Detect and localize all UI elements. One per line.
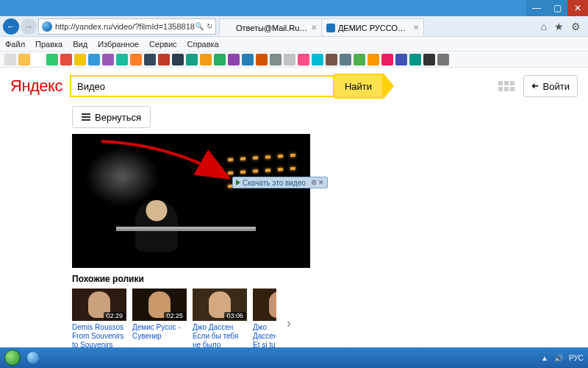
duration-badge: 02:29 bbox=[104, 312, 125, 319]
duration-badge: 02:25 bbox=[164, 312, 185, 319]
extension-icon[interactable] bbox=[354, 54, 365, 66]
menu-view[interactable]: Вид bbox=[68, 40, 93, 49]
tray-sound-icon[interactable]: 🔊 bbox=[554, 354, 563, 362]
related-item[interactable]: 02:25 Демис Русос - Сувенир bbox=[132, 289, 187, 341]
menu-file[interactable]: Файл bbox=[0, 40, 30, 49]
tab-label: ДЕМИС РУССОС - СУВ... bbox=[338, 24, 410, 32]
extension-icon[interactable] bbox=[46, 54, 58, 66]
related-thumbnail bbox=[253, 289, 276, 321]
related-next-button[interactable]: › bbox=[282, 313, 295, 335]
related-link[interactable]: Джо Дассен Если бы тебя не было bbox=[193, 323, 247, 347]
extension-icon[interactable] bbox=[200, 54, 212, 66]
tray-language[interactable]: РУС bbox=[569, 354, 584, 362]
menu-service[interactable]: Сервис bbox=[144, 40, 182, 49]
related-item[interactable]: 02:29 Demis Roussos From Souvenirs to So… bbox=[72, 289, 126, 347]
window-minimize-button[interactable]: — bbox=[526, 0, 547, 16]
tab-favicon bbox=[224, 24, 233, 32]
menu-help[interactable]: Справка bbox=[182, 40, 224, 49]
tab-label: Ответы@Mail.Ru: Как ска... bbox=[236, 24, 308, 32]
extension-icon[interactable] bbox=[18, 54, 30, 66]
favorites-icon[interactable]: ★ bbox=[554, 21, 564, 32]
extension-icon[interactable] bbox=[326, 54, 337, 66]
extension-icon[interactable] bbox=[144, 54, 156, 66]
extension-icon[interactable] bbox=[340, 54, 351, 66]
refresh-icon[interactable]: ↻ bbox=[207, 22, 212, 30]
search-arrow-decor bbox=[384, 74, 394, 99]
video-player[interactable] bbox=[72, 134, 310, 268]
extension-icon[interactable] bbox=[88, 54, 100, 66]
nav-back-button[interactable]: ← bbox=[3, 18, 19, 35]
yandex-logo[interactable]: Яндекс bbox=[10, 77, 62, 96]
duration-badge: 03:06 bbox=[224, 312, 245, 319]
related-link[interactable]: Джо Дассен Et si tu n'ex bbox=[253, 323, 276, 347]
extension-icon[interactable] bbox=[74, 54, 86, 66]
extension-icon[interactable] bbox=[423, 54, 435, 66]
extension-icon[interactable] bbox=[284, 54, 295, 66]
extension-icon[interactable] bbox=[395, 54, 407, 66]
extension-icon[interactable] bbox=[130, 54, 142, 66]
related-thumbnail: 02:29 bbox=[72, 289, 126, 321]
download-video-button[interactable]: Скачать это видео ⚙✕ bbox=[232, 177, 328, 188]
related-row: 02:29 Demis Roussos From Souvenirs to So… bbox=[72, 289, 588, 347]
browser-tab[interactable]: Ответы@Mail.Ru: Как ска... ✕ bbox=[219, 18, 322, 36]
taskbar: ▲ 🔊 РУС bbox=[0, 347, 588, 368]
extension-icon[interactable] bbox=[4, 54, 16, 66]
extension-icon[interactable] bbox=[172, 54, 184, 66]
apps-grid-icon[interactable] bbox=[498, 81, 514, 91]
extension-icon[interactable] bbox=[270, 54, 282, 66]
menu-edit[interactable]: Правка bbox=[30, 40, 68, 49]
extension-icon[interactable] bbox=[381, 54, 393, 66]
extension-icon[interactable] bbox=[186, 54, 198, 66]
extension-icon[interactable] bbox=[437, 54, 449, 66]
extension-icon[interactable] bbox=[298, 54, 309, 66]
extension-icon[interactable] bbox=[228, 54, 240, 66]
extension-icon[interactable] bbox=[214, 54, 226, 66]
related-link[interactable]: Демис Русос - Сувенир bbox=[132, 323, 187, 341]
address-bar[interactable]: http://yandex.ru/video/?filmId=1358818 🔍… bbox=[38, 18, 216, 35]
return-button[interactable]: Вернуться bbox=[72, 106, 151, 128]
related-link[interactable]: Demis Roussos From Souvenirs to Souvenir… bbox=[72, 323, 126, 347]
pill-settings-icon[interactable]: ⚙ bbox=[311, 179, 317, 186]
extension-icon[interactable] bbox=[60, 54, 72, 66]
browser-tab[interactable]: ДЕМИС РУССОС - СУВ... ✕ bbox=[321, 18, 424, 36]
related-thumbnail: 03:06 bbox=[193, 289, 247, 321]
extension-icon[interactable] bbox=[158, 54, 170, 66]
browser-menubar: Файл Правка Вид Избранное Сервис Справка bbox=[0, 37, 588, 52]
site-header: Яндекс Найти Войти bbox=[0, 68, 588, 102]
extension-bar bbox=[0, 52, 588, 68]
search-icon[interactable]: 🔍 bbox=[195, 22, 204, 30]
tab-strip: Ответы@Mail.Ru: Как ска... ✕ ДЕМИС РУССО… bbox=[219, 16, 423, 36]
pill-close-icon[interactable]: ✕ bbox=[318, 179, 324, 186]
extension-icon[interactable] bbox=[312, 54, 323, 66]
window-close-button[interactable]: ✕ bbox=[567, 0, 588, 16]
search-input[interactable] bbox=[70, 75, 334, 97]
system-tray: ▲ 🔊 РУС bbox=[541, 354, 584, 362]
related-item[interactable]: 03:06 Джо Дассен Если бы тебя не было bbox=[193, 289, 247, 347]
related-thumbnail: 02:25 bbox=[132, 289, 187, 321]
tray-flag-icon[interactable]: ▲ bbox=[541, 354, 548, 362]
related-item[interactable]: Джо Дассен Et si tu n'ex bbox=[253, 289, 276, 347]
window-titlebar: — ▢ ✕ bbox=[0, 0, 588, 16]
hamburger-icon bbox=[82, 113, 90, 121]
extension-icon[interactable] bbox=[32, 54, 44, 66]
video-frame-decor bbox=[135, 200, 178, 252]
home-icon[interactable]: ⌂ bbox=[541, 21, 547, 32]
nav-forward-button[interactable]: → bbox=[21, 18, 37, 35]
start-button[interactable] bbox=[4, 350, 21, 366]
extension-icon[interactable] bbox=[116, 54, 128, 66]
extension-icon[interactable] bbox=[368, 54, 379, 66]
search-button[interactable]: Найти bbox=[334, 74, 384, 99]
login-button[interactable]: Войти bbox=[523, 75, 578, 97]
browser-nav-bar: ← → http://yandex.ru/video/?filmId=13588… bbox=[0, 16, 588, 37]
extension-icon[interactable] bbox=[409, 54, 421, 66]
window-maximize-button[interactable]: ▢ bbox=[547, 0, 567, 16]
taskbar-pinned-ie[interactable] bbox=[25, 350, 41, 366]
extension-icon[interactable] bbox=[256, 54, 268, 66]
menu-favorites[interactable]: Избранное bbox=[93, 40, 144, 49]
tools-icon[interactable]: ⚙ bbox=[571, 21, 581, 32]
extension-icon[interactable] bbox=[102, 54, 114, 66]
extension-icon[interactable] bbox=[242, 54, 254, 66]
video-frame-decor bbox=[228, 156, 295, 196]
tab-close-icon[interactable]: ✕ bbox=[311, 24, 317, 32]
tab-close-icon[interactable]: ✕ bbox=[413, 24, 419, 32]
